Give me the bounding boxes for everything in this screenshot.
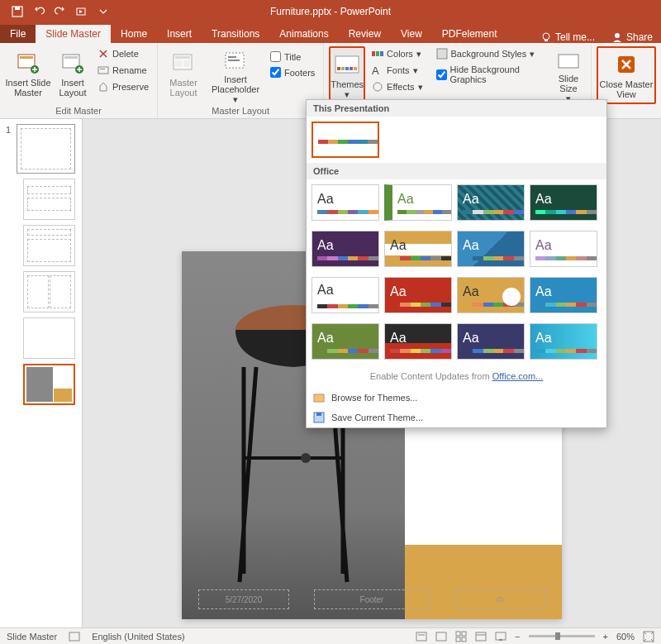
theme-berlin[interactable]: Aa xyxy=(384,277,452,313)
reading-view-icon[interactable] xyxy=(475,631,487,642)
svg-rect-48 xyxy=(462,637,466,642)
insert-layout-icon xyxy=(59,50,86,76)
tab-pdfelement[interactable]: PDFelement xyxy=(432,25,507,43)
theme-ion[interactable]: Aa xyxy=(530,184,597,221)
theme-celestial[interactable]: Aa xyxy=(457,277,525,313)
tab-slide-master[interactable]: Slide Master xyxy=(36,25,111,43)
svg-rect-28 xyxy=(376,51,379,56)
tab-review[interactable]: Review xyxy=(339,25,391,43)
notes-button[interactable] xyxy=(416,631,427,642)
theme-current[interactable] xyxy=(311,122,379,158)
thumb-layout-4[interactable] xyxy=(23,317,75,359)
svg-rect-20 xyxy=(228,60,240,61)
close-master-view-button[interactable]: Close Master View xyxy=(597,46,656,104)
preserve-button[interactable]: Preserve xyxy=(94,79,152,94)
insert-slide-master-button[interactable]: Insert Slide Master xyxy=(5,46,51,104)
tab-transitions[interactable]: Transitions xyxy=(202,25,269,43)
theme-facet[interactable]: Aa xyxy=(384,184,452,221)
svg-rect-10 xyxy=(64,56,78,59)
svg-rect-49 xyxy=(476,632,486,641)
tab-file[interactable]: File xyxy=(0,25,36,43)
theme-slice[interactable]: Aa xyxy=(457,231,525,267)
start-from-beginning-icon[interactable] xyxy=(73,2,91,21)
thumbnail-pane[interactable]: 1 xyxy=(0,119,83,627)
tab-animations[interactable]: Animations xyxy=(269,25,338,43)
tab-home[interactable]: Home xyxy=(111,25,157,43)
ribbon-tabs: File Slide Master Home Insert Transition… xyxy=(0,23,661,43)
svg-point-3 xyxy=(543,33,549,40)
svg-rect-24 xyxy=(345,67,349,70)
content-updates-link[interactable]: Enable Content Updates from Office.com..… xyxy=(307,365,606,388)
thumb-layout-3[interactable] xyxy=(23,271,75,312)
zoom-level[interactable]: 60% xyxy=(616,632,635,642)
svg-rect-45 xyxy=(456,632,460,636)
svg-rect-12 xyxy=(98,67,108,74)
status-language[interactable]: English (United States) xyxy=(92,632,185,642)
effects-icon xyxy=(372,81,383,93)
normal-view-icon[interactable] xyxy=(435,631,447,642)
theme-damask[interactable]: Aa xyxy=(311,323,379,360)
svg-rect-22 xyxy=(337,67,340,70)
share-label: Share xyxy=(626,31,653,43)
theme-droplet[interactable]: Aa xyxy=(530,323,597,360)
svg-rect-40 xyxy=(316,413,321,416)
themes-gallery-dropdown: This Presentation Office Aa Aa Aa Aa Aa … xyxy=(306,99,607,428)
save-icon[interactable] xyxy=(8,2,26,21)
svg-rect-25 xyxy=(350,67,353,70)
rename-icon xyxy=(97,64,109,76)
footers-checkbox[interactable]: Footers xyxy=(267,65,318,79)
tab-insert[interactable]: Insert xyxy=(157,25,202,43)
fit-to-window-icon[interactable] xyxy=(643,631,654,642)
colors-button[interactable]: Colors ▾ xyxy=(369,46,426,61)
qat-customize-icon[interactable] xyxy=(94,2,112,21)
share-button[interactable]: Share xyxy=(603,31,661,43)
master-layout-icon xyxy=(170,50,197,76)
theme-dividend[interactable]: Aa xyxy=(457,323,525,360)
hide-background-graphics-checkbox[interactable]: Hide Background Graphics xyxy=(433,63,541,86)
tell-me[interactable]: Tell me... xyxy=(532,31,603,43)
svg-rect-1 xyxy=(15,7,20,10)
theme-office[interactable]: Aa xyxy=(311,184,379,221)
svg-rect-27 xyxy=(372,51,375,56)
thumb-layout-1[interactable] xyxy=(23,179,75,220)
date-placeholder[interactable]: 5/27/2020 xyxy=(198,589,289,609)
theme-ion-boardroom[interactable]: Aa xyxy=(311,231,379,267)
background-styles-button[interactable]: Background Styles ▾ xyxy=(433,46,541,61)
insert-placeholder-button[interactable]: Insert Placeholder ▾ xyxy=(207,46,264,104)
tab-view[interactable]: View xyxy=(391,25,432,43)
spell-check-icon[interactable] xyxy=(69,631,80,642)
theme-circuit[interactable]: Aa xyxy=(530,277,597,313)
title-checkbox[interactable]: Title xyxy=(267,50,318,64)
theme-retrospect[interactable]: Aa xyxy=(384,231,452,267)
theme-integral[interactable]: Aa xyxy=(457,184,525,221)
slideshow-view-icon[interactable] xyxy=(495,631,506,642)
effects-button[interactable]: Effects ▾ xyxy=(369,79,426,94)
thumb-layout-5[interactable] xyxy=(23,364,75,405)
insert-layout-button[interactable]: Insert Layout xyxy=(55,46,91,104)
rename-button[interactable]: Rename xyxy=(94,63,152,78)
undo-icon[interactable] xyxy=(30,2,48,21)
themes-button[interactable]: Themes ▾ xyxy=(329,46,365,104)
master-layout-button[interactable]: Master Layout xyxy=(163,46,204,104)
sorter-view-icon[interactable] xyxy=(455,631,467,642)
zoom-out-button[interactable]: − xyxy=(515,632,520,642)
redo-icon[interactable] xyxy=(51,2,69,21)
theme-badge[interactable]: Aa xyxy=(311,277,379,313)
slide-size-button[interactable]: Slide Size ▾ xyxy=(551,46,586,104)
footer-placeholder[interactable]: Footer xyxy=(314,589,430,609)
quick-access-toolbar xyxy=(0,2,112,21)
svg-rect-44 xyxy=(436,632,446,641)
fonts-button[interactable]: AFonts ▾ xyxy=(369,63,426,78)
delete-button[interactable]: Delete xyxy=(94,46,152,61)
thumb-layout-2[interactable] xyxy=(23,225,75,266)
theme-depth[interactable]: Aa xyxy=(384,323,452,360)
slide-number-placeholder[interactable]: ‹#› xyxy=(454,589,545,609)
thumb-master[interactable]: 1 xyxy=(17,124,75,174)
window-title: Furniture.pptx - PowerPoint xyxy=(270,6,391,17)
browse-for-themes[interactable]: Browse for Themes... xyxy=(307,388,606,408)
zoom-slider[interactable] xyxy=(529,635,595,637)
slide-size-icon xyxy=(555,50,582,72)
theme-wisp[interactable]: Aa xyxy=(530,231,597,267)
save-current-theme[interactable]: Save Current Theme... xyxy=(307,408,606,427)
zoom-in-button[interactable]: + xyxy=(603,632,608,642)
